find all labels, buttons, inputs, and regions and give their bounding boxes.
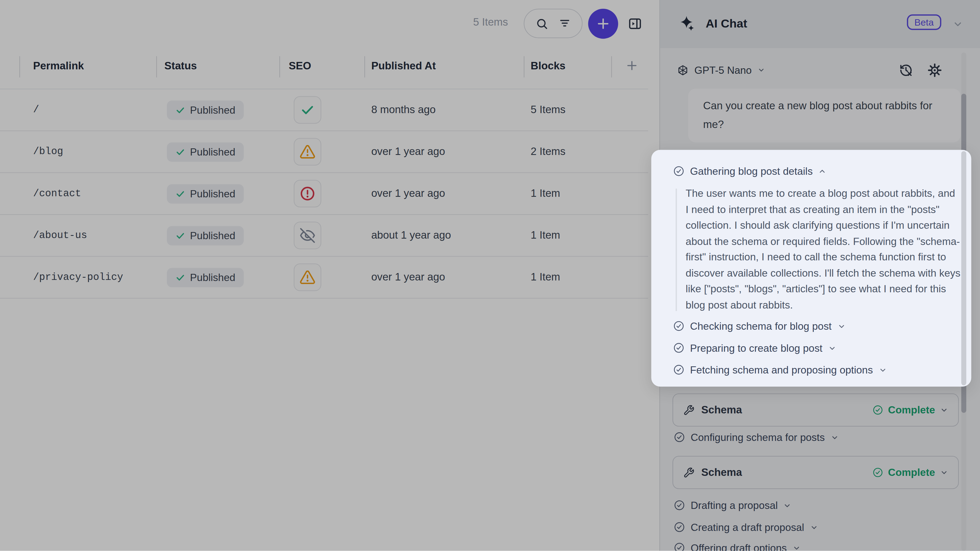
- thinking-step-label: Fetching schema and proposing options: [690, 364, 873, 376]
- thinking-step-label: Preparing to create blog post: [690, 342, 822, 354]
- thinking-step-label: Gathering blog post details: [690, 165, 813, 177]
- check-circle-icon: [673, 342, 684, 354]
- check-circle-icon: [673, 364, 684, 375]
- chevron-down-icon: [828, 344, 836, 352]
- chevron-down-icon: [837, 322, 845, 330]
- reasoning-quote-bar: [676, 189, 677, 311]
- reasoning-text: The user wants me to create a blog post …: [686, 186, 961, 313]
- thinking-step-label: Checking schema for blog post: [690, 320, 832, 332]
- spotlight-scrollbar-thumb[interactable]: [961, 151, 966, 385]
- thinking-step[interactable]: Preparing to create blog post: [673, 340, 836, 356]
- check-circle-icon: [673, 320, 684, 332]
- thinking-step[interactable]: Checking schema for blog post: [673, 318, 845, 334]
- thinking-step[interactable]: Fetching schema and proposing options: [673, 362, 887, 378]
- chevron-up-icon: [818, 167, 826, 175]
- chevron-down-icon: [879, 366, 887, 374]
- app-window: 5 Items: [0, 0, 980, 551]
- thinking-spotlight-card: Gathering blog post details The user wan…: [651, 150, 972, 387]
- check-circle-icon: [673, 165, 684, 177]
- thinking-step-expanded[interactable]: Gathering blog post details: [673, 163, 827, 179]
